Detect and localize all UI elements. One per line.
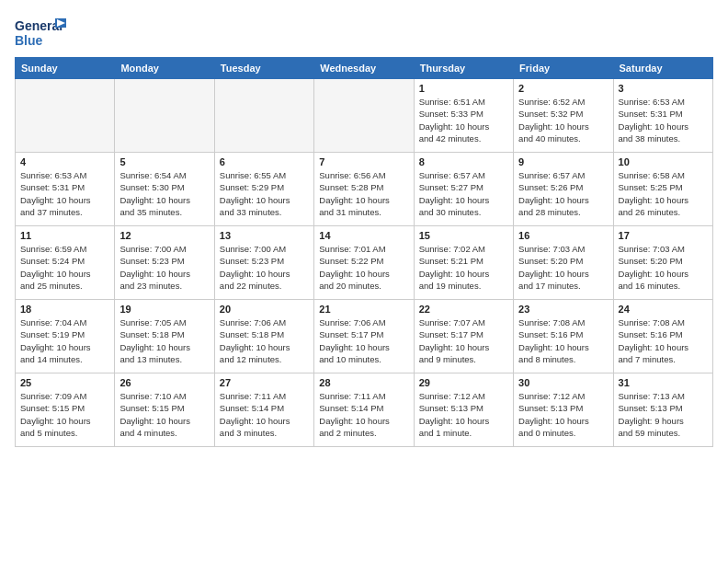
calendar-cell: 1Sunrise: 6:51 AMSunset: 5:33 PMDaylight… <box>414 79 513 153</box>
calendar-cell: 12Sunrise: 7:00 AMSunset: 5:23 PMDayligh… <box>115 226 214 300</box>
day-number: 9 <box>518 156 608 167</box>
day-info: Sunrise: 6:57 AMSunset: 5:26 PMDaylight:… <box>518 169 608 218</box>
calendar-cell: 31Sunrise: 7:13 AMSunset: 5:13 PMDayligh… <box>613 373 712 447</box>
day-number: 10 <box>619 156 708 167</box>
day-info: Sunrise: 6:53 AMSunset: 5:31 PMDaylight:… <box>20 169 109 218</box>
day-info: Sunrise: 7:12 AMSunset: 5:13 PMDaylight:… <box>518 390 608 439</box>
day-header-wednesday: Wednesday <box>314 58 414 79</box>
calendar-cell <box>214 79 313 153</box>
day-info: Sunrise: 7:11 AMSunset: 5:14 PMDaylight:… <box>220 390 309 439</box>
day-header-sunday: Sunday <box>16 58 115 79</box>
day-number: 26 <box>119 377 209 388</box>
day-number: 17 <box>619 230 708 241</box>
day-number: 25 <box>20 377 109 388</box>
calendar-cell: 28Sunrise: 7:11 AMSunset: 5:14 PMDayligh… <box>314 373 414 447</box>
day-number: 29 <box>419 377 508 388</box>
calendar-cell: 15Sunrise: 7:02 AMSunset: 5:21 PMDayligh… <box>414 226 513 300</box>
calendar-cell: 17Sunrise: 7:03 AMSunset: 5:20 PMDayligh… <box>613 226 712 300</box>
day-info: Sunrise: 7:03 AMSunset: 5:20 PMDaylight:… <box>619 243 708 292</box>
calendar-cell: 30Sunrise: 7:12 AMSunset: 5:13 PMDayligh… <box>514 373 613 447</box>
page-header: GeneralBlue <box>15 15 713 50</box>
day-info: Sunrise: 7:01 AMSunset: 5:22 PMDaylight:… <box>319 243 408 292</box>
day-info: Sunrise: 7:12 AMSunset: 5:13 PMDaylight:… <box>419 390 508 439</box>
calendar-cell <box>16 79 115 153</box>
day-number: 24 <box>619 304 708 315</box>
calendar-cell: 5Sunrise: 6:54 AMSunset: 5:30 PMDaylight… <box>115 153 214 226</box>
day-number: 30 <box>518 377 608 388</box>
week-row-4: 18Sunrise: 7:04 AMSunset: 5:19 PMDayligh… <box>16 300 713 373</box>
day-number: 27 <box>220 377 309 388</box>
calendar-cell: 18Sunrise: 7:04 AMSunset: 5:19 PMDayligh… <box>16 300 115 373</box>
calendar-cell: 10Sunrise: 6:58 AMSunset: 5:25 PMDayligh… <box>613 153 712 226</box>
calendar-cell: 19Sunrise: 7:05 AMSunset: 5:18 PMDayligh… <box>115 300 214 373</box>
day-header-thursday: Thursday <box>414 58 513 79</box>
day-info: Sunrise: 7:00 AMSunset: 5:23 PMDaylight:… <box>119 243 209 292</box>
day-info: Sunrise: 7:10 AMSunset: 5:15 PMDaylight:… <box>119 390 209 439</box>
day-info: Sunrise: 7:00 AMSunset: 5:23 PMDaylight:… <box>220 243 309 292</box>
day-info: Sunrise: 6:58 AMSunset: 5:25 PMDaylight:… <box>619 169 708 218</box>
day-number: 13 <box>220 230 309 241</box>
calendar-cell: 22Sunrise: 7:07 AMSunset: 5:17 PMDayligh… <box>414 300 513 373</box>
day-number: 14 <box>319 230 408 241</box>
logo: GeneralBlue <box>15 15 70 50</box>
week-row-3: 11Sunrise: 6:59 AMSunset: 5:24 PMDayligh… <box>16 226 713 300</box>
calendar-cell: 7Sunrise: 6:56 AMSunset: 5:28 PMDaylight… <box>314 153 414 226</box>
day-number: 15 <box>419 230 508 241</box>
week-row-2: 4Sunrise: 6:53 AMSunset: 5:31 PMDaylight… <box>16 153 713 226</box>
calendar-cell: 25Sunrise: 7:09 AMSunset: 5:15 PMDayligh… <box>16 373 115 447</box>
calendar-cell: 8Sunrise: 6:57 AMSunset: 5:27 PMDaylight… <box>414 153 513 226</box>
day-info: Sunrise: 7:07 AMSunset: 5:17 PMDaylight:… <box>419 316 508 365</box>
day-info: Sunrise: 6:55 AMSunset: 5:29 PMDaylight:… <box>220 169 309 218</box>
day-header-monday: Monday <box>115 58 214 79</box>
day-number: 20 <box>220 304 309 315</box>
day-number: 21 <box>319 304 408 315</box>
day-info: Sunrise: 7:06 AMSunset: 5:17 PMDaylight:… <box>319 316 408 365</box>
calendar-cell: 14Sunrise: 7:01 AMSunset: 5:22 PMDayligh… <box>314 226 414 300</box>
day-info: Sunrise: 7:13 AMSunset: 5:13 PMDaylight:… <box>619 390 708 439</box>
day-number: 11 <box>20 230 109 241</box>
day-info: Sunrise: 6:53 AMSunset: 5:31 PMDaylight:… <box>619 96 708 144</box>
day-info: Sunrise: 6:57 AMSunset: 5:27 PMDaylight:… <box>419 169 508 218</box>
calendar-cell: 4Sunrise: 6:53 AMSunset: 5:31 PMDaylight… <box>16 153 115 226</box>
calendar-cell: 21Sunrise: 7:06 AMSunset: 5:17 PMDayligh… <box>314 300 414 373</box>
day-info: Sunrise: 7:11 AMSunset: 5:14 PMDaylight:… <box>319 390 408 439</box>
day-number: 4 <box>20 156 109 167</box>
day-info: Sunrise: 7:03 AMSunset: 5:20 PMDaylight:… <box>518 243 608 292</box>
day-number: 6 <box>220 156 309 167</box>
calendar-cell: 26Sunrise: 7:10 AMSunset: 5:15 PMDayligh… <box>115 373 214 447</box>
day-info: Sunrise: 7:08 AMSunset: 5:16 PMDaylight:… <box>619 316 708 365</box>
day-info: Sunrise: 7:02 AMSunset: 5:21 PMDaylight:… <box>419 243 508 292</box>
day-number: 22 <box>419 304 508 315</box>
week-row-5: 25Sunrise: 7:09 AMSunset: 5:15 PMDayligh… <box>16 373 713 447</box>
day-number: 7 <box>319 156 408 167</box>
day-number: 12 <box>119 230 209 241</box>
day-number: 3 <box>619 83 708 94</box>
day-number: 1 <box>419 83 508 94</box>
calendar-cell: 9Sunrise: 6:57 AMSunset: 5:26 PMDaylight… <box>514 153 613 226</box>
day-info: Sunrise: 7:05 AMSunset: 5:18 PMDaylight:… <box>119 316 209 365</box>
day-info: Sunrise: 7:09 AMSunset: 5:15 PMDaylight:… <box>20 390 109 439</box>
day-info: Sunrise: 7:06 AMSunset: 5:18 PMDaylight:… <box>220 316 309 365</box>
day-info: Sunrise: 6:52 AMSunset: 5:32 PMDaylight:… <box>518 96 608 144</box>
day-number: 5 <box>119 156 209 167</box>
week-row-1: 1Sunrise: 6:51 AMSunset: 5:33 PMDaylight… <box>16 79 713 153</box>
day-header-tuesday: Tuesday <box>214 58 313 79</box>
calendar-cell: 20Sunrise: 7:06 AMSunset: 5:18 PMDayligh… <box>214 300 313 373</box>
calendar-cell: 16Sunrise: 7:03 AMSunset: 5:20 PMDayligh… <box>514 226 613 300</box>
calendar-cell: 27Sunrise: 7:11 AMSunset: 5:14 PMDayligh… <box>214 373 313 447</box>
svg-text:Blue: Blue <box>15 33 43 48</box>
day-number: 2 <box>518 83 608 94</box>
day-info: Sunrise: 6:54 AMSunset: 5:30 PMDaylight:… <box>119 169 209 218</box>
day-info: Sunrise: 6:56 AMSunset: 5:28 PMDaylight:… <box>319 169 408 218</box>
day-number: 16 <box>518 230 608 241</box>
day-number: 28 <box>319 377 408 388</box>
day-number: 23 <box>518 304 608 315</box>
calendar-header-row: SundayMondayTuesdayWednesdayThursdayFrid… <box>16 58 713 79</box>
calendar-cell: 11Sunrise: 6:59 AMSunset: 5:24 PMDayligh… <box>16 226 115 300</box>
calendar-cell: 13Sunrise: 7:00 AMSunset: 5:23 PMDayligh… <box>214 226 313 300</box>
day-header-friday: Friday <box>514 58 613 79</box>
calendar-cell: 2Sunrise: 6:52 AMSunset: 5:32 PMDaylight… <box>514 79 613 153</box>
calendar-cell: 29Sunrise: 7:12 AMSunset: 5:13 PMDayligh… <box>414 373 513 447</box>
calendar-cell: 3Sunrise: 6:53 AMSunset: 5:31 PMDaylight… <box>613 79 712 153</box>
day-info: Sunrise: 6:51 AMSunset: 5:33 PMDaylight:… <box>419 96 508 144</box>
